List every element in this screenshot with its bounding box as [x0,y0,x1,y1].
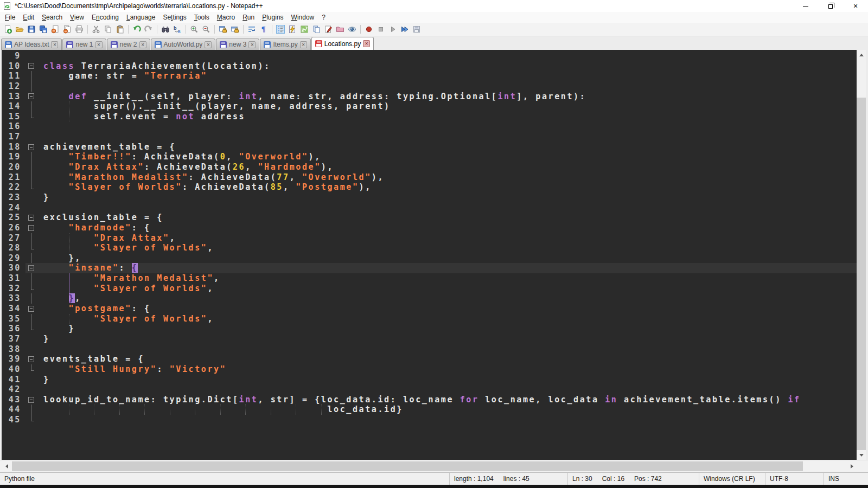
code-line-27[interactable]: 27 "Drax Attax", [2,233,857,243]
code-line-14[interactable]: 14 super().__init__(player, name, addres… [2,101,857,112]
horizontal-scrollbar[interactable] [0,460,868,472]
status-eol-format[interactable]: Windows (CR LF) [699,473,765,485]
menu-window[interactable]: Window [288,12,318,22]
menu-edit[interactable]: Edit [19,12,38,22]
tab-new-1[interactable]: new 1× [62,38,106,50]
fold-collapse-icon[interactable] [25,223,36,233]
code-text[interactable]: events_table = { [36,354,857,364]
tab-autoworld-py[interactable]: AutoWorld.py× [151,38,216,50]
code-text[interactable]: "insane": { [36,263,857,273]
code-line-31[interactable]: 31 "Marathon Medalist", [2,273,857,284]
code-line-45[interactable]: 45 [2,415,857,425]
tab-close-icon[interactable]: × [248,41,256,48]
redo-button[interactable] [143,24,154,35]
restore-button[interactable] [818,0,843,12]
menu-plugins[interactable]: Plugins [258,12,287,22]
code-text[interactable]: }, [36,293,857,304]
close-button[interactable]: × [843,0,868,12]
code-text[interactable]: "Slayer of Worlds", [36,284,857,294]
code-text[interactable] [36,384,857,395]
open-file-button[interactable] [14,24,25,35]
function-list-button[interactable] [287,24,298,35]
code-text[interactable]: "Drax Attax", [36,233,857,243]
code-line-32[interactable]: 32 "Slayer of Worlds", [2,284,857,294]
sync-horizontal-button[interactable] [229,24,240,35]
fold-collapse-icon[interactable] [25,61,36,72]
tab-items-py[interactable]: Items.py× [260,38,310,50]
code-line-13[interactable]: 13 def __init__(self, player: int, name:… [2,92,857,102]
fold-collapse-icon[interactable] [25,354,36,364]
code-line-35[interactable]: 35 "Slayer of Worlds", [2,314,857,324]
fold-collapse-icon[interactable] [25,142,36,152]
code-text[interactable]: def __init__(self, player: int, name: st… [36,92,857,102]
code-line-28[interactable]: 28 "Slayer of Worlds", [2,243,857,253]
code-text[interactable]: achievement_table = { [36,142,857,152]
new-file-button[interactable] [2,24,13,35]
code-line-37[interactable]: 37} [2,334,857,344]
code-line-10[interactable]: 10class TerrariaAchievement(Location): [2,61,857,72]
fold-collapse-icon[interactable] [25,395,36,405]
code-line-15[interactable]: 15 self.event = not address [2,112,857,122]
code-text[interactable]: self.event = not address [36,112,857,122]
code-line-33[interactable]: 33 }, [2,293,857,304]
code-line-19[interactable]: 19 "Timber!!": AchieveData(0, "Overworld… [2,152,857,162]
code-text[interactable]: "Slayer of Worlds", [36,314,857,324]
macro-save-button[interactable] [411,24,422,35]
tab-new-2[interactable]: new 2× [107,38,150,50]
monitoring-button[interactable] [347,24,358,35]
code-line-42[interactable]: 42 [2,384,857,395]
menu-search[interactable]: Search [38,12,66,22]
code-line-40[interactable]: 40 "Still Hungry": "Victory" [2,364,857,375]
vertical-scroll-thumb[interactable] [857,98,866,450]
menu-view[interactable]: View [66,12,88,22]
menu-macro[interactable]: Macro [213,12,239,22]
fold-collapse-icon[interactable] [25,92,36,102]
macro-record-button[interactable] [363,24,374,35]
code-line-21[interactable]: 21 "Marathon Medalist": AchieveData(77, … [2,172,857,183]
tab-close-icon[interactable]: × [205,41,212,48]
code-line-23[interactable]: 23} [2,192,857,203]
tab-close-icon[interactable]: × [95,41,103,48]
tab-close-icon[interactable]: × [300,41,307,48]
code-line-11[interactable]: 11 game: str = "Terraria" [2,71,857,81]
code-line-18[interactable]: 18achievement_table = { [2,142,857,152]
code-line-44[interactable]: 44 loc_data.id} [2,404,857,415]
code-text[interactable]: "Marathon Medalist", [36,273,857,284]
code-text[interactable] [36,203,857,213]
minimize-button[interactable] [793,0,818,12]
horizontal-scroll-thumb[interactable] [12,461,803,471]
code-text[interactable]: exclusion_table = { [36,213,857,223]
menu-language[interactable]: Language [123,12,159,22]
code-line-43[interactable]: 43lookup_id_to_name: typing.Dict[int, st… [2,395,857,405]
menu-tools[interactable]: Tools [190,12,213,22]
fold-collapse-icon[interactable] [25,213,36,223]
close-all-button[interactable] [62,24,73,35]
status-insert-mode[interactable]: INS [824,473,868,485]
document-switcher-button[interactable] [311,24,322,35]
code-line-25[interactable]: 25exclusion_table = { [2,213,857,223]
tab-ap-ideas-txt[interactable]: AP Ideas.txt× [1,38,62,50]
menu-settings[interactable]: Settings [159,12,190,22]
find-button[interactable] [160,24,171,35]
code-text[interactable]: super().__init__(player, name, address, … [36,101,857,112]
menu-run[interactable]: Run [239,12,258,22]
scroll-up-button[interactable] [857,50,866,59]
vertical-scrollbar[interactable] [857,50,866,460]
code-line-24[interactable]: 24 [2,203,857,213]
macro-run-multiple-button[interactable] [399,24,410,35]
menu-encoding[interactable]: Encoding [88,12,123,22]
indent-guide-button[interactable] [275,24,286,35]
code-text[interactable]: loc_data.id} [36,404,857,415]
fold-collapse-icon[interactable] [25,304,36,314]
code-line-20[interactable]: 20 "Drax Attax": AchieveData(26, "Hardmo… [2,162,857,172]
code-line-22[interactable]: 22 "Slayer of Worlds": AchieveData(85, "… [2,182,857,192]
macro-stop-button[interactable] [375,24,386,35]
code-line-34[interactable]: 34 "postgame": { [2,304,857,314]
code-text[interactable] [36,344,857,355]
code-line-41[interactable]: 41} [2,375,857,385]
code-line-38[interactable]: 38 [2,344,857,355]
code-line-36[interactable]: 36 } [2,324,857,334]
code-text[interactable]: "hardmode": { [36,223,857,233]
code-line-30[interactable]: 30 "insane": { [2,263,857,273]
code-text[interactable]: }, [36,253,857,264]
